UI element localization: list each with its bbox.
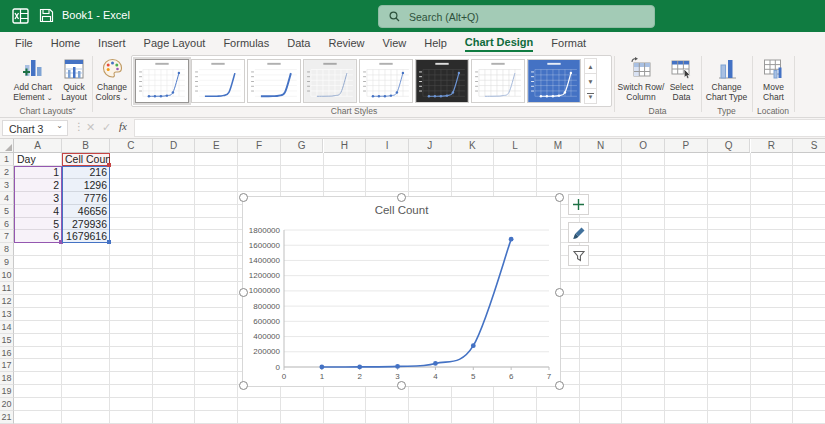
tab-formulas[interactable]: Formulas: [214, 35, 278, 52]
enter-icon[interactable]: ✓: [102, 121, 111, 134]
chart-handle-nw[interactable]: [239, 193, 248, 202]
change-chart-type-button[interactable]: Change Chart Type: [704, 54, 749, 104]
row-header-15[interactable]: 15: [0, 334, 14, 347]
column-header-R[interactable]: R: [751, 139, 794, 153]
cell-B7[interactable]: 1679616: [62, 230, 110, 243]
row-header-20[interactable]: 20: [0, 398, 14, 411]
chart-style-1[interactable]: [135, 59, 189, 103]
tab-insert[interactable]: Insert: [89, 35, 135, 52]
quick-layout-button[interactable]: Quick Layout ⌄: [58, 54, 90, 104]
cell-A5[interactable]: 4: [14, 205, 62, 218]
column-header-N[interactable]: N: [580, 139, 623, 153]
chart-style-6[interactable]: [415, 59, 469, 103]
search-input[interactable]: [407, 10, 611, 24]
select-all-corner[interactable]: [0, 139, 14, 153]
column-header-B[interactable]: B: [62, 139, 110, 153]
row-header-21[interactable]: 21: [0, 411, 14, 424]
tab-chart-design[interactable]: Chart Design: [456, 34, 542, 52]
insert-function-icon[interactable]: fx: [119, 120, 127, 132]
column-header-O[interactable]: O: [622, 139, 665, 153]
chart-object[interactable]: Cell Count 02000004000006000008000001000…: [242, 196, 561, 387]
gallery-scroll-down-button[interactable]: ▼: [584, 73, 597, 88]
column-header-L[interactable]: L: [494, 139, 537, 153]
row-header-4[interactable]: 4: [0, 192, 14, 205]
column-header-C[interactable]: C: [110, 139, 153, 153]
gallery-scroll-up-button[interactable]: ▲: [584, 58, 597, 73]
row-header-12[interactable]: 12: [0, 295, 14, 308]
formula-bar-drag-handle[interactable]: ⋮: [74, 121, 84, 132]
chart-style-2[interactable]: [191, 59, 245, 103]
cell-A3[interactable]: 2: [14, 179, 62, 192]
tab-home[interactable]: Home: [42, 35, 89, 52]
column-header-Q[interactable]: Q: [708, 139, 751, 153]
chart-style-7[interactable]: [471, 59, 525, 103]
gallery-more-button[interactable]: ▼: [584, 88, 597, 104]
change-colors-button[interactable]: Change Colors ⌄: [94, 54, 130, 104]
row-header-2[interactable]: 2: [0, 166, 14, 179]
tab-data[interactable]: Data: [278, 35, 319, 52]
name-box[interactable]: Chart 3 ⌄: [2, 120, 68, 136]
chart-style-8[interactable]: [527, 59, 581, 103]
search-box[interactable]: [378, 5, 655, 28]
column-header-G[interactable]: G: [281, 139, 324, 153]
column-header-P[interactable]: P: [665, 139, 708, 153]
formula-input[interactable]: [134, 119, 825, 137]
chart-style-4[interactable]: [303, 59, 357, 103]
cell-B2[interactable]: 216: [62, 166, 110, 179]
chart-elements-button[interactable]: [568, 194, 589, 215]
add-chart-element-button[interactable]: Add Chart Element ⌄: [6, 54, 60, 104]
row-header-11[interactable]: 11: [0, 282, 14, 295]
cell-A2[interactable]: 1: [14, 166, 62, 179]
chart-style-3[interactable]: [247, 59, 301, 103]
tab-file[interactable]: File: [6, 35, 42, 52]
cancel-icon[interactable]: ✕: [86, 121, 95, 134]
select-data-button[interactable]: Select Data: [665, 54, 698, 104]
name-box-chevron-icon[interactable]: ⌄: [56, 118, 63, 134]
row-header-16[interactable]: 16: [0, 347, 14, 360]
tab-page-layout[interactable]: Page Layout: [135, 35, 215, 52]
cell-B1[interactable]: Cell Count: [62, 153, 110, 166]
chart-style-5[interactable]: [359, 59, 413, 103]
row-header-1[interactable]: 1: [0, 153, 14, 166]
row-header-7[interactable]: 7: [0, 230, 14, 243]
column-header-K[interactable]: K: [452, 139, 495, 153]
column-header-D[interactable]: D: [153, 139, 196, 153]
chart-handle-s[interactable]: [397, 381, 406, 390]
chart-handle-sw[interactable]: [239, 381, 248, 390]
row-header-18[interactable]: 18: [0, 372, 14, 385]
chart-styles-button[interactable]: [568, 222, 589, 243]
row-header-5[interactable]: 5: [0, 205, 14, 218]
row-header-9[interactable]: 9: [0, 256, 14, 269]
column-header-I[interactable]: I: [366, 139, 409, 153]
chart-handle-w[interactable]: [239, 288, 248, 297]
tab-format[interactable]: Format: [542, 35, 595, 52]
row-header-8[interactable]: 8: [0, 243, 14, 256]
cell-B6[interactable]: 279936: [62, 218, 110, 231]
row-header-10[interactable]: 10: [0, 269, 14, 282]
row-header-13[interactable]: 13: [0, 308, 14, 321]
column-header-H[interactable]: H: [324, 139, 367, 153]
row-header-19[interactable]: 19: [0, 385, 14, 398]
row-header-17[interactable]: 17: [0, 359, 14, 372]
cell-B3[interactable]: 1296: [62, 179, 110, 192]
chart-handle-se[interactable]: [555, 381, 564, 390]
cell-A1[interactable]: Day: [14, 153, 62, 166]
column-header-F[interactable]: F: [238, 139, 281, 153]
move-chart-button[interactable]: Move Chart: [755, 54, 792, 104]
column-header-E[interactable]: E: [195, 139, 238, 153]
row-header-3[interactable]: 3: [0, 179, 14, 192]
cell-A4[interactable]: 3: [14, 192, 62, 205]
chart-filters-button[interactable]: [568, 245, 589, 266]
column-header-S[interactable]: S: [793, 139, 825, 153]
save-icon[interactable]: [39, 8, 54, 23]
cell-A7[interactable]: 6: [14, 230, 62, 243]
cell-B4[interactable]: 7776: [62, 192, 110, 205]
column-header-M[interactable]: M: [537, 139, 580, 153]
column-header-J[interactable]: J: [409, 139, 452, 153]
row-header-14[interactable]: 14: [0, 321, 14, 334]
cell-B5[interactable]: 46656: [62, 205, 110, 218]
switch-row-column-button[interactable]: Switch Row/ Column: [617, 54, 665, 104]
tab-review[interactable]: Review: [319, 35, 373, 52]
chart-handle-e[interactable]: [555, 288, 564, 297]
chart-handle-ne[interactable]: [555, 193, 564, 202]
